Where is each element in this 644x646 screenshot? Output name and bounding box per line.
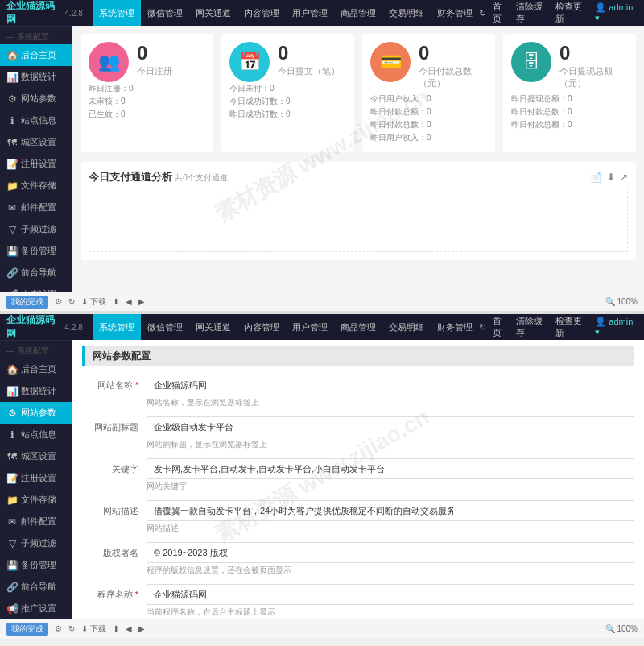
sidebar-item-backup-2[interactable]: 💾 备份管理 xyxy=(0,554,72,576)
sidebar-item-email[interactable]: ✉ 邮件配置 xyxy=(0,197,72,218)
label-copyright: 版权署名 xyxy=(82,542,147,559)
sidebar-item-backup[interactable]: 💾 备份管理 xyxy=(0,240,72,262)
bottom-icon4[interactable]: ⬆ xyxy=(113,297,119,306)
hint-copyright: 程序的版权信息设置，还在会被页面显示 xyxy=(147,565,634,576)
bottom-icon3-2[interactable]: ⬇ 下载 xyxy=(81,623,106,635)
sidebar-item-siteinfo[interactable]: ℹ 站点信息 xyxy=(0,110,72,131)
bottom-icon5-2[interactable]: ◀ xyxy=(126,624,132,633)
hint-sitename: 网站名称，显示在浏览器标签上 xyxy=(147,397,634,408)
info-icon-2: ℹ xyxy=(6,429,18,441)
header: 企业猫源码网 4.2.8 系统管理 微信管理 网关通道 内容管理 用户管理 商品… xyxy=(0,0,644,26)
sidebar-item-register[interactable]: 📝 注册设置 xyxy=(0,153,72,175)
sidebar-item-filter[interactable]: ▽ 子频过滤 xyxy=(0,218,72,240)
bottom-icon2-2[interactable]: ↻ xyxy=(68,624,75,633)
nav-tab-finance[interactable]: 财务管理 xyxy=(431,0,479,26)
chart-expand-icon[interactable]: ↗ xyxy=(620,172,628,183)
sidebar-item-dashboard[interactable]: 🏠 后台主页 xyxy=(0,44,72,66)
sidebar-item-filter-2[interactable]: ▽ 子频过滤 xyxy=(0,532,72,554)
nav-tab-goods[interactable]: 商品管理 xyxy=(334,0,382,26)
top-panel: 企业猫源码网 4.2.8 系统管理 微信管理 网关通道 内容管理 用户管理 商品… xyxy=(0,0,644,314)
stat-card-orders: 📅 0 今日提文（笔） 今日未付：0 今日成功订数：0 昨日成功订数：0 xyxy=(221,34,354,152)
chart-download-icon[interactable]: ⬇ xyxy=(607,172,615,183)
sidebar-item-siteparams-2[interactable]: ⚙ 网站参数 xyxy=(0,402,72,424)
refresh-icon-2[interactable]: ↻ xyxy=(479,322,486,333)
nav-icon: 🔗 xyxy=(6,267,18,279)
stat-card-withdrawal: 🗄 0 今日提现总额（元） 昨日提现总额：0 昨日付款总数：0 昨日付款总额：0 xyxy=(503,34,636,152)
bottom-icon4-2[interactable]: ⬆ xyxy=(113,624,119,633)
stats-icon: 📊 xyxy=(6,72,18,83)
nav-tab-goods-2[interactable]: 商品管理 xyxy=(334,314,382,340)
orders-details: 今日未付：0 今日成功订数：0 昨日成功订数：0 xyxy=(229,82,346,121)
sidebar-item-stats-2[interactable]: 📊 数据统计 xyxy=(0,380,72,402)
sidebar-item-register-2[interactable]: 📝 注册设置 xyxy=(0,467,72,489)
check-update-button[interactable]: 检查更新 xyxy=(555,1,588,25)
sidebar-item-storage[interactable]: 📁 文件存储 xyxy=(0,175,72,197)
detail-yesterday-pay-count: 昨日付款总数：0 xyxy=(511,106,628,118)
main-content: 👥 0 今日注册 昨日注册：0 未审核：0 已生效：0 📅 0 xyxy=(72,26,644,311)
nav-tab-finance-2[interactable]: 财务管理 xyxy=(431,314,479,340)
input-subtitle[interactable] xyxy=(147,416,634,437)
sidebar-item-email-2[interactable]: ✉ 邮件配置 xyxy=(0,511,72,532)
sidebar-item-regions[interactable]: 🗺 城区设置 xyxy=(0,131,72,153)
stats-icon-2: 📊 xyxy=(6,386,18,397)
bottom-icon3[interactable]: ⬇ 下载 xyxy=(81,296,106,308)
sidebar-item-storage-2[interactable]: 📁 文件存储 xyxy=(0,489,72,511)
sidebar-item-nav[interactable]: 🔗 前台导航 xyxy=(0,262,72,284)
home-link-2[interactable]: 首页 xyxy=(493,315,510,339)
nav-tab-transactions-2[interactable]: 交易明细 xyxy=(382,314,431,340)
hint-keywords: 网站关键字 xyxy=(147,481,634,492)
bottom-icon2[interactable]: ↻ xyxy=(68,297,75,306)
nav-tabs: 系统管理 微信管理 网关通道 内容管理 用户管理 商品管理 交易明细 财务管理 xyxy=(93,0,479,26)
input-description[interactable] xyxy=(147,500,634,521)
sidebar-item-regions-2[interactable]: 🗺 城区设置 xyxy=(0,445,72,467)
form-row-appname: 程序名称 * 当前程序名称，在后台主标题上显示 xyxy=(82,584,634,618)
admin-menu[interactable]: 👤 admin ▾ xyxy=(595,2,638,23)
bottom-icon5[interactable]: ◀ xyxy=(126,297,132,306)
refresh-icon[interactable]: ↻ xyxy=(479,8,486,19)
nav-tab-users-2[interactable]: 用户管理 xyxy=(286,314,334,340)
chart-doc-icon[interactable]: 📄 xyxy=(590,172,602,183)
nav-tab-system-2[interactable]: 系统管理 xyxy=(93,314,141,340)
hint-appname: 当前程序名称，在后台主标题上显示 xyxy=(147,607,634,618)
nav-tab-content-2[interactable]: 内容管理 xyxy=(237,314,286,340)
sidebar-item-dashboard-2[interactable]: 🏠 后台主页 xyxy=(0,358,72,380)
bottom-icon6[interactable]: ▶ xyxy=(138,297,145,306)
email-icon: ✉ xyxy=(6,202,18,213)
nav-tab-wechat-2[interactable]: 微信管理 xyxy=(141,314,189,340)
check-update-button-2[interactable]: 检查更新 xyxy=(555,315,588,339)
sidebar-item-nav-2[interactable]: 🔗 前台导航 xyxy=(0,576,72,598)
sidebar-item-label: 注册设置 xyxy=(21,472,56,484)
clear-cache-button[interactable]: 清除缓存 xyxy=(516,1,549,25)
bottom-icon6-2[interactable]: ▶ xyxy=(138,624,145,633)
nav-tab-gateway[interactable]: 网关通道 xyxy=(189,0,237,26)
input-keywords[interactable] xyxy=(147,458,634,479)
nav-tab-gateway-2[interactable]: 网关通道 xyxy=(189,314,237,340)
status-button-2[interactable]: 我的完成 xyxy=(6,623,48,636)
nav-tab-users[interactable]: 用户管理 xyxy=(286,0,334,26)
sidebar-item-siteinfo-2[interactable]: ℹ 站点信息 xyxy=(0,424,72,445)
sidebar-item-stats[interactable]: 📊 数据统计 xyxy=(0,66,72,88)
status-button[interactable]: 我的完成 xyxy=(6,296,48,309)
app-logo-2: 企业猫源码网 xyxy=(6,314,62,341)
admin-menu-2[interactable]: 👤 admin ▾ xyxy=(595,317,638,337)
sidebar-item-label: 网站参数 xyxy=(21,93,56,105)
input-copyright[interactable] xyxy=(147,542,634,563)
header-right-2: ↻ 首页 清除缓存 检查更新 👤 admin ▾ xyxy=(479,315,638,339)
nav-tab-transactions[interactable]: 交易明细 xyxy=(382,0,431,26)
nav-tab-content[interactable]: 内容管理 xyxy=(237,0,286,26)
sidebar-item-promotion-2[interactable]: 📢 推广设置 xyxy=(0,598,72,619)
sidebar-item-siteparams[interactable]: ⚙ 网站参数 xyxy=(0,88,72,110)
nav-tab-wechat[interactable]: 微信管理 xyxy=(141,0,189,26)
chart-title: 今日支付通道分析 xyxy=(89,171,172,183)
clear-cache-button-2[interactable]: 清除缓存 xyxy=(516,315,549,339)
input-appname[interactable] xyxy=(147,584,634,605)
input-sitename[interactable] xyxy=(147,375,634,395)
bottom-icon1-2[interactable]: ⚙ xyxy=(55,624,62,633)
header-2: 企业猫源码网 4.2.8 系统管理 微信管理 网关通道 内容管理 用户管理 商品… xyxy=(0,314,644,340)
sidebar-item-label: 前台导航 xyxy=(21,581,56,593)
nav-tab-system[interactable]: 系统管理 xyxy=(93,0,141,26)
bottom-icon1[interactable]: ⚙ xyxy=(55,297,62,306)
home-link[interactable]: 首页 xyxy=(493,1,510,25)
detail-today-user-income: 今日用户收入：0 xyxy=(370,93,487,106)
sidebar-item-label: 站点信息 xyxy=(21,114,56,126)
